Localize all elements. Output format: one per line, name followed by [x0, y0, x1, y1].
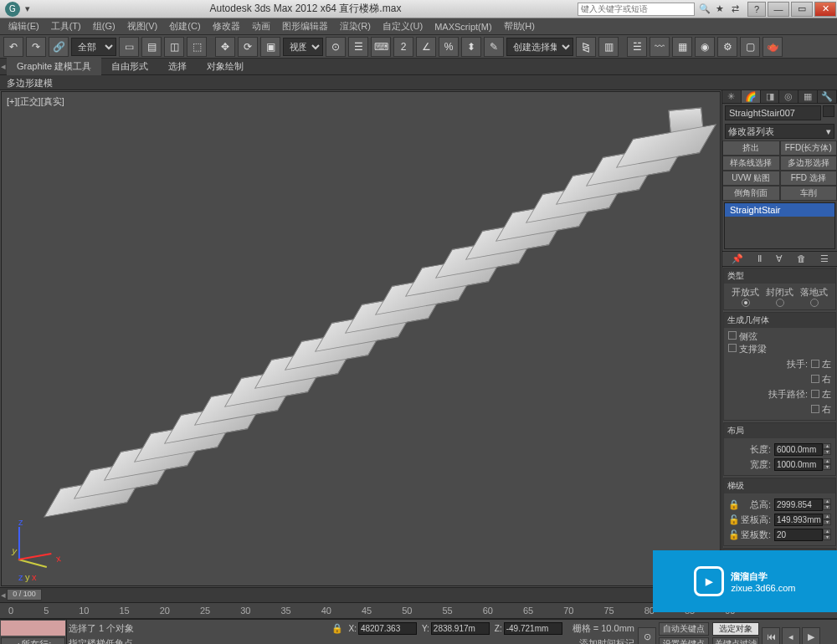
- ref-coord-system[interactable]: 视图: [283, 38, 323, 56]
- close-button[interactable]: ✕: [814, 2, 836, 17]
- render-button[interactable]: 🫖: [763, 37, 783, 57]
- minimize-button[interactable]: —: [768, 2, 789, 17]
- timeline-prev-icon[interactable]: ◂: [1, 590, 6, 601]
- select-manipulate-button[interactable]: ☰: [348, 37, 368, 57]
- type-closed-radio[interactable]: [776, 299, 784, 307]
- select-by-name-button[interactable]: ▤: [141, 37, 162, 57]
- tab-modify[interactable]: 🌈: [742, 90, 761, 103]
- tab-create[interactable]: ✳: [722, 90, 742, 103]
- render-frame-button[interactable]: ▢: [740, 37, 760, 57]
- lock-icon[interactable]: 🔓: [728, 529, 740, 540]
- menu-views[interactable]: 视图(V): [122, 18, 163, 34]
- viewport-label[interactable]: [+][正交][真实]: [7, 95, 64, 108]
- mod-btn-spline-sel[interactable]: 样条线选择: [722, 156, 780, 171]
- move-button[interactable]: ✥: [215, 37, 235, 57]
- handrail-left-check[interactable]: [811, 360, 819, 368]
- viewport[interactable]: [+][正交][真实]: [1, 91, 721, 586]
- snap-percent-button[interactable]: %: [439, 37, 459, 57]
- overall-spinner[interactable]: 2999.854: [774, 498, 823, 511]
- mod-btn-lathe[interactable]: 车削: [780, 186, 838, 201]
- riser-ht-spinner[interactable]: 149.993mm: [774, 514, 823, 526]
- selection-filter[interactable]: 全部: [71, 38, 116, 56]
- maxscript-mini-listener[interactable]: [1, 621, 65, 636]
- pin-stack-button[interactable]: 📌: [732, 253, 743, 264]
- length-spinner[interactable]: 6000.0mm: [774, 443, 823, 456]
- menu-animation[interactable]: 动画: [247, 18, 275, 34]
- menu-help[interactable]: 帮助(H): [499, 18, 540, 34]
- spinner-down-icon[interactable]: ▾: [823, 449, 831, 455]
- mod-btn-bevel-profile[interactable]: 倒角剖面: [722, 186, 780, 201]
- mod-btn-poly-sel[interactable]: 多边形选择: [780, 156, 838, 171]
- lock-icon[interactable]: 🔒: [728, 499, 740, 510]
- help-search-input[interactable]: [578, 3, 695, 16]
- menu-edit[interactable]: 编辑(E): [3, 18, 44, 34]
- carriage-check[interactable]: [728, 344, 737, 352]
- snap-2d-button[interactable]: 2: [393, 37, 413, 57]
- tab-utilities[interactable]: 🔧: [818, 90, 837, 103]
- edit-named-sel-button[interactable]: ✎: [484, 37, 504, 57]
- mirror-button[interactable]: ⧎: [576, 37, 596, 57]
- ribbon-tab-paint[interactable]: 对象绘制: [197, 58, 254, 75]
- riser-ct-spinner[interactable]: 20: [774, 529, 823, 541]
- remove-modifier-button[interactable]: 🗑: [797, 253, 806, 264]
- menu-group[interactable]: 组(G): [88, 18, 121, 34]
- favorites-icon[interactable]: ★: [713, 3, 727, 16]
- align-button[interactable]: ▥: [598, 37, 619, 57]
- handrail-right-check[interactable]: [811, 375, 819, 383]
- use-pivot-button[interactable]: ⊙: [326, 37, 346, 57]
- key-filters-button[interactable]: 关键点过滤器: [712, 637, 759, 644]
- tab-display[interactable]: ▦: [798, 90, 818, 103]
- curve-editor-button[interactable]: 〰: [650, 37, 670, 57]
- show-end-result-button[interactable]: Ⅱ: [757, 253, 762, 264]
- isolate-toggle[interactable]: ⊙: [638, 627, 656, 644]
- infocenter-icon[interactable]: 🔍: [698, 3, 711, 16]
- menu-tools[interactable]: 工具(T): [46, 18, 86, 34]
- rotate-button[interactable]: ⟳: [238, 37, 258, 57]
- auto-key-button[interactable]: 自动关键点: [659, 622, 709, 636]
- tab-hierarchy[interactable]: ◨: [761, 90, 780, 103]
- ribbon-tab-graphite[interactable]: Graphite 建模工具: [7, 58, 101, 75]
- set-key-button[interactable]: 设置关键点: [659, 637, 709, 644]
- object-color-swatch[interactable]: [823, 105, 834, 117]
- scale-button[interactable]: ▣: [260, 37, 280, 57]
- menu-modifiers[interactable]: 修改器: [208, 18, 245, 34]
- layers-button[interactable]: ☱: [627, 37, 647, 57]
- named-sel-set[interactable]: 创建选择集: [506, 38, 573, 56]
- location-button[interactable]: ◂ 所在行:: [1, 637, 65, 644]
- type-box-radio[interactable]: [810, 299, 819, 307]
- play-button[interactable]: ▶: [802, 627, 820, 644]
- schematic-view-button[interactable]: ▦: [672, 37, 692, 57]
- type-open-radio[interactable]: [742, 299, 750, 307]
- keyboard-shortcut-button[interactable]: ⌨: [371, 37, 391, 57]
- help-button[interactable]: ?: [747, 2, 766, 17]
- width-spinner[interactable]: 1000.0mm: [774, 458, 823, 471]
- window-crossing-button[interactable]: ⬚: [187, 37, 207, 57]
- stringers-check[interactable]: [728, 331, 737, 340]
- goto-start-button[interactable]: ⏮: [762, 627, 780, 644]
- y-coord-input[interactable]: [431, 622, 490, 635]
- lock-icon[interactable]: 🔓: [728, 514, 740, 525]
- ribbon-prev-icon[interactable]: ◂: [0, 61, 7, 72]
- mod-btn-extrude[interactable]: 挤出: [722, 141, 780, 156]
- snap-angle-button[interactable]: ∠: [416, 37, 436, 57]
- maximize-button[interactable]: ▭: [791, 2, 813, 17]
- spinner-up-icon[interactable]: ▴: [823, 443, 831, 449]
- tab-motion[interactable]: ◎: [779, 90, 798, 103]
- menu-graph-editors[interactable]: 图形编辑器: [277, 18, 333, 34]
- select-region-button[interactable]: ◫: [164, 37, 184, 57]
- z-coord-input[interactable]: [504, 622, 562, 635]
- railpath-right-check[interactable]: [811, 405, 819, 413]
- redo-button[interactable]: ↷: [26, 37, 46, 57]
- mod-btn-ffd-sel[interactable]: FFD 选择: [780, 171, 838, 186]
- menu-maxscript[interactable]: MAXScript(M): [429, 20, 496, 33]
- select-button[interactable]: ▭: [119, 37, 139, 57]
- x-coord-input[interactable]: [358, 622, 417, 635]
- spinner-snap-button[interactable]: ⬍: [461, 37, 481, 57]
- modifier-list-dropdown[interactable]: 修改器列表▾: [725, 124, 834, 139]
- add-time-tag[interactable]: 添加时间标记: [579, 637, 634, 645]
- undo-button[interactable]: ↶: [3, 37, 23, 57]
- link-button[interactable]: 🔗: [49, 37, 69, 57]
- ribbon-tab-freeform[interactable]: 自由形式: [101, 58, 158, 75]
- menu-create[interactable]: 创建(C): [164, 18, 205, 34]
- material-editor-button[interactable]: ◉: [695, 37, 715, 57]
